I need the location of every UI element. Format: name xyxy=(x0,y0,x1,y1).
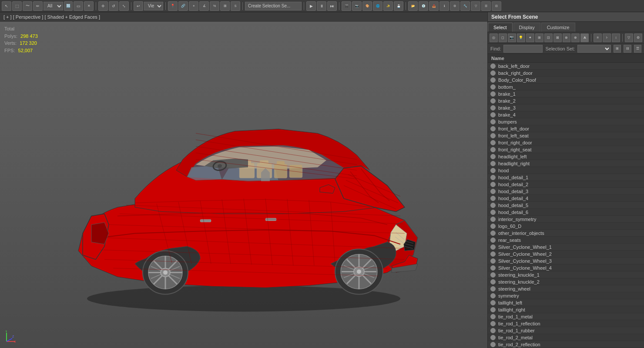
snap-btn2[interactable]: 🔗 xyxy=(178,1,188,11)
selection-set-dropdown[interactable] xyxy=(577,45,611,53)
list-item[interactable]: tie_rod_1_metal xyxy=(488,313,644,320)
panel-icon-particle[interactable]: ⊕ xyxy=(571,33,580,42)
find-icon-1[interactable]: ⊞ xyxy=(614,45,621,53)
tab-select[interactable]: Select xyxy=(488,23,513,32)
play-btn[interactable]: ▶ xyxy=(306,1,316,11)
panel-icon-bone[interactable]: ⊗ xyxy=(563,33,571,42)
move-btn[interactable]: ✛ xyxy=(98,1,108,11)
undo-btn[interactable]: ↩ xyxy=(134,1,143,11)
filter-dropdown[interactable]: All xyxy=(44,2,63,10)
list-item[interactable]: back_left_door xyxy=(488,63,644,70)
panel-icon-group[interactable]: ⊡ xyxy=(544,33,553,42)
panel-icon-geo[interactable]: ◎ xyxy=(490,33,498,42)
list-item[interactable]: hood_detail_4 xyxy=(488,195,644,202)
tools-btn[interactable]: 🔧 xyxy=(460,1,470,11)
effects-btn[interactable]: ✨ xyxy=(383,1,393,11)
settings-btn[interactable]: ⚙ xyxy=(450,1,460,11)
panel-icon-list[interactable]: ≡ xyxy=(594,33,602,42)
angle-btn[interactable]: ∡ xyxy=(199,1,209,11)
list-item[interactable]: Silver_Cyclone_Wheel_2 xyxy=(488,251,644,258)
percent-btn[interactable]: % xyxy=(210,1,219,11)
ram-btn[interactable]: 💾 xyxy=(394,1,403,11)
next-btn[interactable]: ⏭ xyxy=(327,1,337,11)
list-item[interactable]: hood_detail_1 xyxy=(488,174,644,181)
scale-btn[interactable]: ⤡ xyxy=(119,1,129,11)
list-item[interactable]: Silver_Cyclone_Wheel_4 xyxy=(488,264,644,271)
list-item[interactable]: taillight_left xyxy=(488,299,644,306)
find-icon-3[interactable]: ☰ xyxy=(634,45,641,53)
list-item[interactable]: steering_knuckle_2 xyxy=(488,278,644,285)
misc-btn1[interactable]: ☰ xyxy=(481,1,491,11)
rotate-btn[interactable]: ↺ xyxy=(109,1,118,11)
find-input[interactable] xyxy=(503,45,543,53)
panel-icon-hier[interactable]: ⊦ xyxy=(603,33,611,42)
open-btn[interactable]: 📂 xyxy=(408,1,418,11)
lasso-btn[interactable]: 〜 xyxy=(23,1,32,11)
panel-icon-helper[interactable]: ✦ xyxy=(526,33,534,42)
list-item[interactable]: other_interior_objects xyxy=(488,230,644,237)
list-item[interactable]: front_right_door xyxy=(488,139,644,146)
list-item[interactable]: rear_seats xyxy=(488,237,644,244)
save-btn[interactable]: 💽 xyxy=(419,1,428,11)
list-item[interactable]: front_right_seat xyxy=(488,146,644,153)
panel-icon-shape[interactable]: ◻ xyxy=(499,33,507,42)
list-item[interactable]: bottom_ xyxy=(488,84,644,90)
export-btn[interactable]: 📤 xyxy=(429,1,439,11)
snap-btn3[interactable]: ⌖ xyxy=(189,1,198,11)
list-item[interactable]: hood_detail_3 xyxy=(488,188,644,195)
list-item[interactable]: headlight_left xyxy=(488,153,644,160)
list-item[interactable]: front_left_door xyxy=(488,125,644,132)
list-item[interactable]: steering_wheel xyxy=(488,285,644,292)
list-item[interactable]: Body_Color_Roof xyxy=(488,77,644,84)
window-cross-btn[interactable]: ✕ xyxy=(84,1,94,11)
render-frame-btn[interactable]: 📷 xyxy=(352,1,362,11)
material-btn[interactable]: 🎨 xyxy=(362,1,372,11)
select-region-btn[interactable]: ⬚ xyxy=(12,1,22,11)
panel-icon-light[interactable]: 💡 xyxy=(517,33,525,42)
misc-btn2[interactable]: ⊟ xyxy=(492,1,501,11)
object-list[interactable]: back_left_doorback_right_doorBody_Color_… xyxy=(488,63,644,348)
snap-btn1[interactable]: 📍 xyxy=(168,1,178,11)
list-item[interactable]: tie_rod_2_reflection xyxy=(488,341,644,348)
list-item[interactable]: interior_symmetry xyxy=(488,216,644,223)
list-item[interactable]: tie_rod_1_rubber xyxy=(488,327,644,334)
list-item[interactable]: hood xyxy=(488,167,644,174)
list-item[interactable]: symmetry xyxy=(488,292,644,299)
list-item[interactable]: back_right_door xyxy=(488,70,644,77)
list-item[interactable]: Silver_Cyclone_Wheel_1 xyxy=(488,244,644,251)
panel-icon-filter[interactable]: ▽ xyxy=(625,33,633,42)
tab-customize[interactable]: Customize xyxy=(541,23,575,32)
select-by-name-btn[interactable]: 🔠 xyxy=(64,1,73,11)
panel-icon-sort[interactable]: ↕ xyxy=(612,33,620,42)
snap-btn5[interactable]: S xyxy=(231,1,240,11)
list-item[interactable]: brake_2 xyxy=(488,97,644,104)
panel-icon-options[interactable]: ⚙ xyxy=(634,33,642,42)
list-item[interactable]: brake_4 xyxy=(488,111,644,118)
list-item[interactable]: front_left_seat xyxy=(488,132,644,139)
create-selection-btn[interactable]: Create Selection Se... xyxy=(245,2,302,10)
panel-icon-camera[interactable]: 📷 xyxy=(508,33,516,42)
list-item[interactable]: hood_detail_5 xyxy=(488,202,644,209)
list-item[interactable]: steering_knuckle_1 xyxy=(488,271,644,278)
render-btn[interactable]: 🎬 xyxy=(342,1,351,11)
list-item[interactable]: logo_60_D xyxy=(488,223,644,230)
viewport[interactable]: [ + ] [ Perspective ] [ Shaded + Edged F… xyxy=(0,12,487,348)
list-item[interactable]: taillight_right xyxy=(488,306,644,313)
list-item[interactable]: hood_detail_2 xyxy=(488,181,644,188)
list-item[interactable]: tie_rod_2_metal xyxy=(488,334,644,341)
list-item[interactable]: bumpers xyxy=(488,118,644,125)
list-item[interactable]: brake_3 xyxy=(488,104,644,111)
list-item[interactable]: hood_detail_6 xyxy=(488,209,644,216)
filter-btn2[interactable]: ▽ xyxy=(471,1,480,11)
rect-select-btn[interactable]: ▭ xyxy=(74,1,83,11)
list-item[interactable]: tie_rod_1_reflection xyxy=(488,320,644,327)
list-item[interactable]: brake_1 xyxy=(488,90,644,97)
view-dropdown[interactable]: View xyxy=(144,2,163,10)
select-tool-btn[interactable]: ↖ xyxy=(2,1,11,11)
snap-btn4[interactable]: ⊞ xyxy=(220,1,230,11)
panel-icon-warp[interactable]: ⊞ xyxy=(535,33,543,42)
list-item[interactable]: headlight_right xyxy=(488,160,644,167)
panel-icon-xref[interactable]: ⊠ xyxy=(553,33,562,42)
find-icon-2[interactable]: ⊟ xyxy=(624,45,631,53)
stop-btn[interactable]: ⏸ xyxy=(317,1,326,11)
